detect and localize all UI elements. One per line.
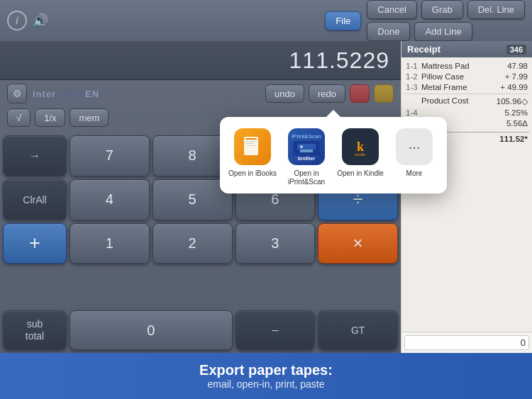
display-value: 111.5229 (289, 47, 389, 74)
item-name-pc: Product Cost (421, 96, 496, 106)
item-name-3: Metal Frame (421, 83, 496, 91)
share-item-more[interactable]: ··· More (390, 128, 438, 178)
item-price-3: + 49.99 (496, 83, 528, 91)
main-content: 111.5229 ⚙ InterLOCKEN undo redo √ 1/x (0, 41, 532, 353)
item-price-1: 47.98 (496, 62, 528, 70)
ibooks-label: Open in iBooks (228, 169, 277, 178)
brand-inter: Inter (33, 89, 56, 99)
item-name-1: Mattress Pad (421, 62, 496, 70)
undo-button[interactable]: undo (265, 84, 304, 103)
done-button[interactable]: Done (367, 22, 410, 41)
svg-rect-2 (245, 141, 257, 142)
bottom-banner: Export paper tapes: email, open-in, prin… (0, 353, 532, 399)
gear-button[interactable]: ⚙ (7, 84, 27, 103)
svg-rect-3 (245, 143, 254, 144)
receipt-title: Receipt (407, 44, 440, 55)
yellow-fn-button[interactable] (374, 84, 394, 103)
num2-button[interactable]: 2 (153, 223, 233, 264)
item-price-ta: 5.56Δ (496, 119, 528, 128)
svg-text:kindle: kindle (355, 152, 365, 157)
num0-button[interactable]: 0 (70, 310, 233, 350)
num1-button[interactable]: 1 (70, 223, 150, 264)
function-buttons: undo redo (265, 84, 394, 103)
num7-button[interactable]: 7 (70, 135, 150, 176)
info-button[interactable]: i (7, 11, 27, 30)
brother-label: Open iniPrint&Scan (288, 169, 325, 186)
receipt-input[interactable] (404, 335, 529, 350)
redo-button[interactable]: redo (309, 84, 345, 103)
sqrt-button[interactable]: √ (7, 108, 31, 127)
brother-icon: iPrint&Scan brother (288, 128, 325, 165)
plus-button[interactable]: + (3, 223, 67, 264)
bottom-calc-row: subtotal 0 – GT (0, 310, 401, 353)
receipt-row-3: 1-3 Metal Frame + 49.99 (404, 82, 529, 92)
share-item-kindle[interactable]: k kindle Open in Kindle (336, 128, 384, 178)
receipt-panel: Receipt 346 1-1 Mattress Pad 47.98 1-2 P… (401, 41, 532, 353)
banner-title: Export paper tapes: (199, 362, 333, 378)
item-name-tax-pct (421, 108, 496, 117)
top-bar: i 🔊 File Cancel Grab Del. Line Done Add … (0, 0, 532, 41)
svg-rect-4 (245, 145, 255, 146)
calculator-panel: 111.5229 ⚙ InterLOCKEN undo redo √ 1/x (0, 41, 401, 353)
item-price-tot: 111.52* (496, 135, 528, 143)
receipt-header: Receipt 346 (401, 41, 532, 57)
receipt-number: 346 (506, 45, 526, 55)
more-label: More (406, 169, 423, 178)
add-line-button[interactable]: Add Line (414, 22, 472, 41)
ibooks-icon (234, 128, 271, 165)
receipt-row-2: 1-2 Pillow Case + 7.99 (404, 71, 529, 82)
del-line-button[interactable]: Del. Line (467, 0, 525, 19)
brand-text: InterLOCKEN (33, 89, 99, 99)
svg-rect-1 (245, 138, 257, 140)
item-num-1: 1-1 (406, 62, 421, 70)
share-item-ibooks[interactable]: Open in iBooks (228, 128, 277, 178)
multiply-button[interactable]: × (318, 223, 398, 264)
num3-button[interactable]: 3 (235, 223, 316, 264)
banner-subtitle: email, open-in, print, paste (208, 378, 325, 390)
brand-lock: LOCK (56, 89, 85, 99)
reciprocal-button[interactable]: 1/x (35, 108, 65, 127)
item-num-14: 1-4 (406, 108, 421, 117)
receipt-row-product-cost: Product Cost 105.96◇ (404, 94, 529, 108)
item-num-3: 1-3 (406, 83, 421, 91)
item-price-2: + 7.99 (496, 72, 528, 81)
brand-en: EN (85, 89, 99, 99)
svg-rect-6 (300, 150, 313, 152)
more-icon: ··· (396, 128, 433, 165)
svg-text:k: k (357, 140, 364, 154)
kindle-label: Open in Kindle (337, 169, 384, 178)
file-button[interactable]: File (325, 11, 361, 30)
item-price-tax-pct: 5.25% (496, 108, 528, 117)
cancel-button[interactable]: Cancel (367, 0, 416, 19)
app-container: i 🔊 File Cancel Grab Del. Line Done Add … (0, 0, 532, 399)
subtotal-label: subtotal (26, 318, 44, 342)
subtract-label[interactable]: – (235, 310, 316, 350)
receipt-input-area (401, 332, 532, 353)
share-item-brother[interactable]: iPrint&Scan brother Open iniPrint&Scan (282, 128, 331, 186)
sound-button[interactable]: 🔊 (33, 13, 48, 28)
item-num-pc (406, 96, 421, 106)
receipt-items: 1-1 Mattress Pad 47.98 1-2 Pillow Case +… (401, 57, 532, 332)
svg-point-7 (300, 145, 303, 148)
item-price-pc: 105.96◇ (496, 96, 528, 106)
clrall-button[interactable]: ClrAll (3, 179, 67, 220)
red-fn-button[interactable] (350, 84, 370, 103)
kindle-icon: k kindle (342, 128, 379, 165)
grab-button[interactable]: Grab (421, 0, 463, 19)
receipt-row-1: 1-1 Mattress Pad 47.98 (404, 60, 529, 71)
share-popup[interactable]: Open in iBooks iPrint&Scan b (220, 117, 447, 193)
num4-button[interactable]: 4 (70, 179, 150, 220)
item-num-2: 1-2 (406, 72, 421, 81)
mem-button[interactable]: mem (70, 108, 109, 127)
brand-row: ⚙ InterLOCKEN undo redo (0, 80, 401, 107)
display-area: 111.5229 (0, 41, 401, 80)
subtotal-button[interactable]: subtotal (3, 310, 67, 350)
item-name-2: Pillow Case (421, 72, 496, 81)
arrow-button[interactable]: → (3, 135, 67, 176)
gt-button[interactable]: GT (318, 310, 398, 350)
